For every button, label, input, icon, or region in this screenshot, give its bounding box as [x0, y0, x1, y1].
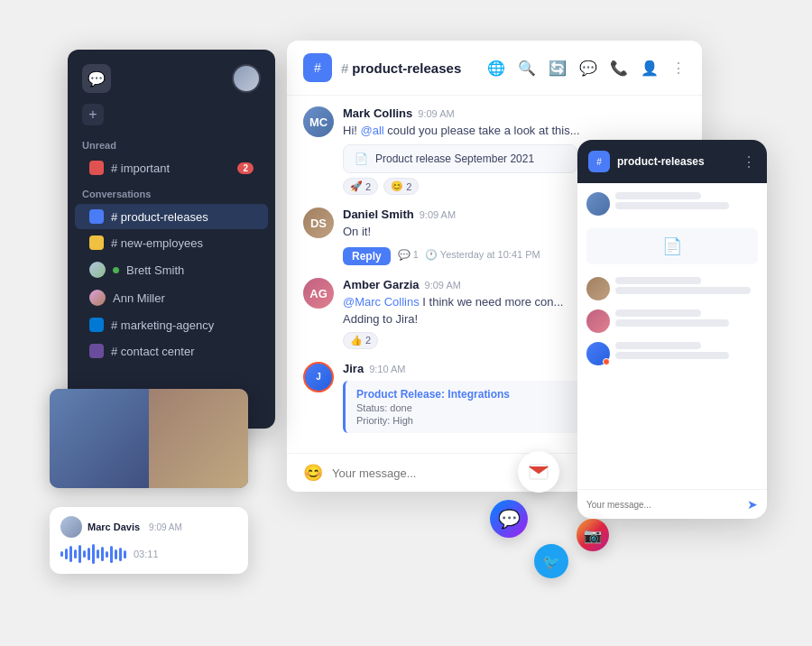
mobile-avatar-2: [586, 277, 610, 300]
mark-time: 9:09 AM: [418, 108, 454, 119]
wave-bar-2: [65, 549, 68, 559]
mobile-message-input[interactable]: [586, 500, 742, 510]
product-releases-label: # product-releases: [111, 210, 208, 224]
messenger-icon[interactable]: 💬: [490, 500, 528, 538]
important-label: # important: [111, 162, 170, 175]
voice-message-card: Marc Davis 9:09 AM 03:11: [50, 507, 248, 574]
more-options-icon[interactable]: ⋮: [671, 60, 686, 77]
mobile-message-1: [586, 192, 758, 216]
chat-icon: 💬: [88, 70, 106, 88]
mobile-jira-avatar: [586, 342, 610, 365]
reply-button[interactable]: Reply: [343, 247, 391, 265]
video-thumbnail[interactable]: ▶: [50, 389, 248, 488]
wave-bar-11: [106, 551, 108, 558]
voice-time: 9:09 AM: [149, 522, 182, 532]
jira-time: 9:10 AM: [369, 364, 405, 374]
sidebar-item-important[interactable]: # important 2: [75, 155, 268, 180]
reaction-smile[interactable]: 😊 2: [383, 178, 419, 195]
search-icon[interactable]: 🔍: [518, 60, 536, 77]
instagram-icon[interactable]: 📷: [577, 519, 609, 551]
marketing-agency-icon: [89, 318, 104, 332]
reaction-thumbsup[interactable]: 👍 2: [343, 332, 378, 349]
marc-mention: @Marc Collins: [343, 295, 420, 309]
wave-bar-9: [97, 549, 99, 558]
marketing-agency-label: # marketing-agency: [111, 318, 214, 332]
mobile-header: # product-releases ⋮: [577, 140, 767, 183]
twitter-icon[interactable]: 🐦: [534, 544, 568, 578]
voice-waveform: [60, 543, 126, 565]
product-releases-channel-icon: [89, 209, 104, 224]
wave-bar-4: [74, 549, 77, 558]
sidebar: 💬 + Unread # important 2 Conversations #…: [68, 50, 275, 429]
emoji-picker-icon[interactable]: 😊: [303, 463, 323, 483]
reaction-rocket[interactable]: 🚀 2: [343, 178, 378, 195]
emoji-icon[interactable]: 💬: [579, 60, 597, 77]
thread-count: 💬 1 🕐 Yesterday at 10:41 PM: [398, 249, 540, 261]
sidebar-item-new-employees[interactable]: # new-employees: [75, 230, 268, 255]
mobile-message-3: [586, 309, 758, 333]
sidebar-item-contact-center[interactable]: # contact center: [75, 338, 268, 364]
hash-symbol: #: [341, 60, 348, 76]
sidebar-logo: 💬: [82, 64, 111, 93]
conversations-section-label: Conversations: [68, 181, 275, 203]
wave-bar-13: [115, 549, 117, 559]
daniel-time: 9:09 AM: [420, 209, 456, 220]
mobile-jira-line-a: [615, 342, 701, 349]
mobile-line-2a: [615, 277, 701, 284]
sidebar-item-brett-smith[interactable]: Brett Smith: [75, 256, 268, 283]
amber-avatar: AG: [303, 278, 334, 309]
mobile-avatar-1: [586, 192, 610, 216]
wave-bar-12: [110, 546, 113, 563]
gmail-icon[interactable]: [518, 451, 559, 493]
mobile-messages: 📄: [577, 183, 767, 489]
voice-sender-avatar: [60, 516, 82, 538]
new-employees-label: # new-employees: [111, 236, 203, 250]
wave-bar-5: [78, 545, 81, 563]
wave-bar-10: [101, 547, 104, 561]
brett-label: Brett Smith: [126, 263, 184, 277]
mark-text: Hi! @all could you please take a look at…: [343, 123, 686, 139]
mobile-avatar-3: [586, 309, 610, 333]
daniel-avatar: DS: [303, 208, 334, 238]
amber-time: 9:09 AM: [425, 280, 461, 291]
mark-name: Mark Collins: [343, 106, 412, 120]
attachment-name: Product release September 2021: [375, 152, 534, 165]
add-button[interactable]: +: [82, 104, 104, 125]
wave-bar-1: [60, 551, 63, 557]
video-person-right: [149, 389, 248, 488]
wave-bar-3: [69, 546, 72, 562]
jira-name: Jira: [343, 362, 364, 375]
voice-duration: 03:11: [134, 549, 159, 559]
jira-priority: Priority: High: [356, 415, 585, 426]
channel-header-title: # product-releases: [341, 60, 461, 76]
sidebar-item-ann-miller[interactable]: Ann Miller: [75, 284, 268, 311]
voice-sender-name: Marc Davis: [88, 521, 140, 532]
chat-header: # # product-releases 🌐 🔍 🔄 💬 📞 👤 ⋮: [287, 41, 702, 96]
mobile-channel-name: product-releases: [617, 155, 705, 168]
phone-icon[interactable]: 📞: [610, 60, 628, 77]
mobile-send-button[interactable]: ➤: [747, 497, 758, 512]
mark-avatar: MC: [303, 106, 334, 137]
members-icon[interactable]: 👤: [641, 60, 659, 77]
voice-header: Marc Davis 9:09 AM: [60, 516, 237, 538]
doc-icon: 📄: [355, 152, 368, 165]
sidebar-item-product-releases[interactable]: # product-releases: [75, 204, 268, 229]
attachment-card[interactable]: 📄 Product release September 2021: [343, 144, 577, 173]
contact-center-icon: [89, 344, 104, 358]
refresh-icon[interactable]: 🔄: [549, 60, 567, 77]
sidebar-item-marketing-agency[interactable]: # marketing-agency: [75, 312, 268, 337]
mobile-panel: # product-releases ⋮ 📄: [577, 140, 767, 519]
user-avatar[interactable]: [232, 64, 261, 93]
mobile-jira-line-b: [615, 352, 729, 359]
mobile-more-icon[interactable]: ⋮: [742, 153, 756, 171]
mobile-channel-icon: #: [588, 151, 610, 172]
globe-icon[interactable]: 🌐: [487, 60, 505, 77]
channel-name: product-releases: [352, 60, 461, 76]
mobile-doc-icon: 📄: [586, 228, 758, 264]
ann-avatar: [89, 290, 106, 306]
new-employees-channel-icon: [89, 235, 104, 250]
jira-card[interactable]: Product Release: Integrations Status: do…: [343, 381, 595, 433]
jira-title: Product Release: Integrations: [356, 388, 585, 401]
wave-bar-7: [88, 548, 90, 560]
mobile-line-3a: [615, 309, 701, 317]
